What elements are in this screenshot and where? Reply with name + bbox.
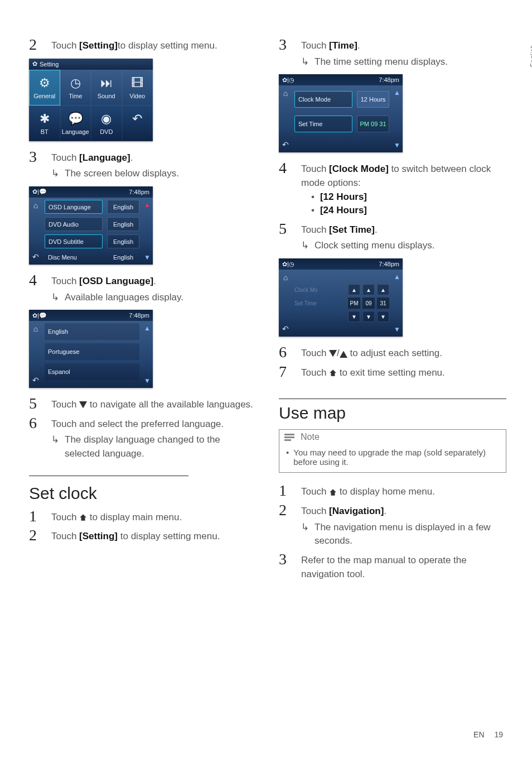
scroll-down-icon[interactable]: ▼ [394,141,400,149]
dim-label: Set Time [294,300,342,306]
gear-icon: ✿ [32,60,37,68]
page-number: 19 [494,730,503,739]
step-number: 2 [29,37,41,52]
step-text: Refer to the map manual to operate the n… [301,551,506,581]
step-text: Touch and select the preferred language.… [51,415,257,461]
page-footer: EN 19 [473,730,503,739]
step-number: 5 [279,221,291,237]
step-number: 3 [29,149,41,165]
back-icon[interactable]: ↶ [282,140,289,149]
lang-portuguese[interactable]: Portuguese [45,343,139,360]
breadcrumb-icons: ✿|◷ [282,76,294,84]
dvd-audio-row[interactable]: DVD Audio [45,217,103,231]
scroll-down-icon[interactable]: ▼ [394,325,400,333]
back-icon[interactable]: ↶ [282,324,289,333]
home-icon[interactable]: ⌂ [283,89,288,98]
svg-marker-1 [329,350,337,357]
svg-rect-4 [284,436,294,438]
left-column: 2 Touch [Setting]to display setting menu… [29,33,257,584]
scroll-up-icon[interactable]: ▲ [394,273,400,281]
step-number: 4 [279,160,291,176]
step-number: 3 [279,551,291,567]
screenshot-settings-menu: ✿Setting ⚙General ◷Time ⏭Sound 🎞Video ✱B… [29,59,153,141]
section-heading-set-clock: Set clock [29,484,257,503]
section-heading-use-map: Use map [279,404,506,423]
time-up-button[interactable]: ▲ [362,284,375,295]
footer-lang: EN [473,730,484,739]
home-icon[interactable]: ⌂ [283,273,288,282]
step-number: 7 [279,364,291,380]
settings-dvd[interactable]: ◉DVD [91,105,122,141]
manual-page: English 2 Touch [Setting]to display sett… [0,0,532,758]
step-text: Touch to display main menu. [51,508,182,525]
dim-label: Clock Mo [294,287,342,293]
step-number: 6 [29,415,41,431]
down-triangle-icon [79,401,87,409]
settings-bt[interactable]: ✱BT [29,105,60,141]
time-down-button[interactable]: ▼ [348,311,360,322]
clock: 7:48pm [379,76,399,83]
osd-language-row[interactable]: OSD Language [45,200,103,214]
section-divider [279,399,506,399]
step-number: 1 [279,483,291,498]
svg-rect-3 [284,434,294,435]
home-icon[interactable]: ⌂ [33,324,38,333]
time-down-button[interactable]: ▼ [377,311,389,322]
lang-english[interactable]: English [45,323,139,340]
note-box: Note You may need to upgrade the map (so… [279,429,506,473]
breadcrumb-icons: ✿|◷ [282,261,294,268]
step-number: 2 [29,527,41,543]
dvd-subtitle-row[interactable]: DVD Subtitle [45,234,103,248]
step-text: Touch [Time]. ↳The time setting menu dis… [301,37,448,69]
up-triangle-icon [340,350,347,358]
step-number: 2 [279,502,291,518]
clock-mode-row[interactable]: Clock Mode [294,91,352,108]
time-value-hour: 09 [362,298,375,309]
svg-marker-2 [340,351,347,358]
step-text: Touch [Setting]to display setting menu. [51,37,217,53]
scroll-down-icon[interactable]: ▼ [144,377,151,385]
time-down-button[interactable]: ▼ [362,311,375,322]
settings-video[interactable]: 🎞Video [122,70,153,105]
step-text: Touch to navigate all the available lang… [51,396,253,412]
time-value-ampm: PM [348,298,360,309]
set-time-row[interactable]: Set Time [294,116,352,132]
time-up-button[interactable]: ▲ [377,284,389,295]
settings-sound[interactable]: ⏭Sound [91,70,122,105]
scroll-up-icon[interactable]: ▲ [144,201,151,209]
settings-back[interactable]: ↶ [122,105,153,141]
step-number: 6 [279,344,291,360]
scroll-up-icon[interactable]: ▲ [394,89,400,97]
settings-language[interactable]: 💬Language [60,105,91,141]
screenshot-language-menu: ✿|💬7:48pm ⌂ ↶ OSD LanguageEnglish DVD Au… [29,186,153,265]
time-up-button[interactable]: ▲ [348,284,360,295]
settings-title: Setting [40,61,59,68]
settings-time[interactable]: ◷Time [60,70,91,105]
settings-general[interactable]: ⚙General [29,70,60,105]
home-icon [329,369,337,377]
scroll-up-icon[interactable]: ▲ [144,324,151,332]
lang-espanol[interactable]: Espanol [45,363,139,380]
disc-menu-row[interactable]: Disc Menu [45,252,103,262]
section-divider [29,476,188,476]
back-icon[interactable]: ↶ [32,376,39,385]
step-text: Touch [Set Time]. ↳Clock setting menu di… [301,221,434,253]
scroll-down-icon[interactable]: ▼ [144,253,151,261]
step-number: 4 [29,272,41,288]
breadcrumb-icons: ✿|💬 [32,188,47,195]
result-arrow-icon: ↳ [301,521,309,548]
breadcrumb-icons: ✿|💬 [32,312,47,319]
home-icon[interactable]: ⌂ [33,201,38,210]
result-arrow-icon: ↳ [51,167,59,181]
down-triangle-icon [329,350,337,358]
clock: 7:48pm [129,189,149,195]
step-text: Touch to display home menu. [301,483,435,499]
time-value-min: 31 [377,298,389,309]
result-arrow-icon: ↳ [301,55,309,69]
screenshot-language-list: ✿|💬7:48pm ⌂ ↶ English Portuguese Espanol… [29,310,153,388]
note-icon [284,432,296,442]
step-number: 3 [279,37,291,52]
svg-rect-5 [284,439,291,441]
note-label: Note [301,432,320,442]
back-icon[interactable]: ↶ [32,252,39,261]
